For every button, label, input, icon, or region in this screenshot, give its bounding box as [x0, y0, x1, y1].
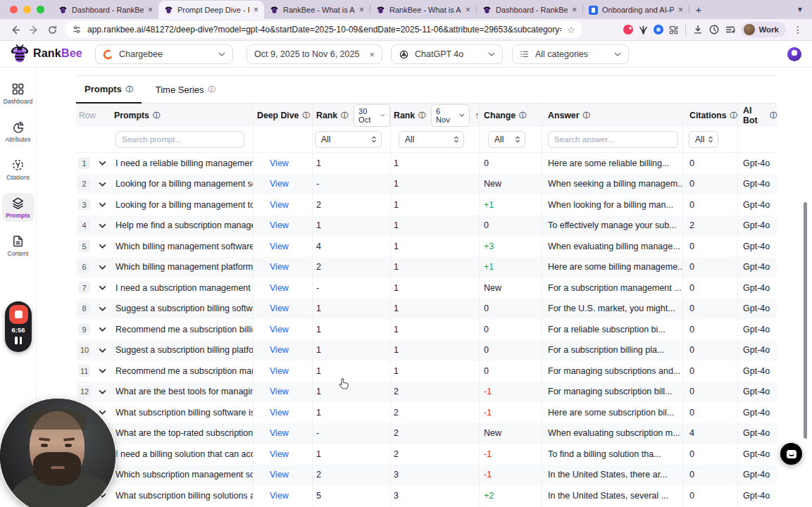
downloads-icon[interactable] [692, 24, 704, 35]
row-expand-chevron-icon[interactable] [94, 194, 110, 215]
browser-menu-icon[interactable]: ⋮ [791, 24, 805, 35]
row-expand-chevron-icon[interactable] [94, 361, 110, 382]
browser-tab[interactable]: RankBee - What is AI saying × [370, 1, 476, 19]
webcam-preview[interactable] [0, 399, 115, 507]
close-tab-icon[interactable]: × [572, 6, 577, 14]
search-answer-input[interactable] [548, 131, 678, 148]
forward-button[interactable] [25, 21, 42, 38]
page-scrollbar-thumb[interactable] [804, 202, 807, 439]
tab-list-chevron-icon[interactable]: ▼ [797, 6, 804, 13]
view-link[interactable]: View [270, 325, 289, 334]
sidebar-item-dashboard[interactable]: Dashboard [2, 79, 35, 108]
close-tab-icon[interactable]: × [678, 6, 683, 14]
close-tab-icon[interactable]: × [254, 6, 258, 14]
rankbee-logo[interactable]: RankBee [9, 44, 82, 63]
info-icon[interactable]: ⓘ [341, 111, 348, 120]
media-controls-icon[interactable] [725, 24, 736, 35]
close-tab-icon[interactable]: × [148, 6, 153, 14]
clear-date-icon[interactable]: × [369, 49, 375, 60]
view-link[interactable]: View [270, 408, 289, 418]
row-expand-chevron-icon[interactable] [94, 299, 110, 320]
sort-ascending-icon[interactable]: ↑ [475, 111, 479, 120]
view-link[interactable]: View [270, 449, 289, 459]
view-link[interactable]: View [270, 200, 289, 210]
view-link[interactable]: View [270, 345, 289, 355]
tab-time-series[interactable]: Time Series ⓘ [147, 76, 224, 103]
row-expand-chevron-icon[interactable] [94, 382, 110, 403]
extension-blue-icon[interactable] [654, 25, 663, 35]
view-link[interactable]: View [270, 242, 289, 251]
info-icon[interactable]: ⓘ [418, 111, 425, 120]
browser-tab[interactable]: RankBee - What is AI saying × [264, 1, 370, 19]
chat-widget-button[interactable] [780, 443, 802, 465]
browser-tab-active[interactable]: Prompt Deep Dive - RankBee × [158, 1, 264, 19]
info-icon[interactable]: ⓘ [770, 111, 777, 120]
close-tab-icon[interactable]: × [466, 6, 470, 14]
row-expand-chevron-icon[interactable] [94, 215, 110, 237]
back-button[interactable] [7, 21, 24, 38]
date-range-picker[interactable]: Oct 9, 2025 to Nov 6, 2025 × [246, 44, 382, 64]
info-icon[interactable]: ⓘ [730, 111, 737, 120]
company-select[interactable]: Chargebee [95, 44, 233, 64]
new-tab-button[interactable]: + [689, 4, 708, 15]
browser-tab[interactable]: Dashboard - RankBee × [477, 1, 582, 19]
row-expand-chevron-icon[interactable] [94, 340, 110, 361]
row-expand-chevron-icon[interactable] [94, 236, 110, 257]
minimize-window-icon[interactable] [23, 6, 31, 13]
fullscreen-window-icon[interactable] [37, 6, 44, 13]
rank-a-filter-select[interactable]: All [315, 131, 382, 148]
row-expand-chevron-icon[interactable] [94, 174, 110, 195]
rank-b-date-select[interactable]: 6 Nov [431, 104, 470, 127]
view-link[interactable]: View [270, 470, 289, 480]
stop-recording-button[interactable] [9, 305, 28, 324]
bookmark-star-icon[interactable]: ☆ [567, 25, 575, 35]
browser-tab[interactable]: Dashboard - RankBee × [53, 1, 158, 19]
category-select[interactable]: All categories [512, 44, 629, 64]
browser-profile-button[interactable]: Work [741, 22, 786, 37]
view-link[interactable]: View [270, 262, 289, 272]
extension-red-icon[interactable] [623, 25, 633, 35]
sidebar-item-citations[interactable]: Citations [2, 155, 35, 184]
row-expand-chevron-icon[interactable] [94, 277, 110, 299]
view-link[interactable]: View [270, 303, 289, 313]
browser-tab[interactable]: Onboarding and AI-Powered × [583, 1, 689, 19]
info-icon[interactable]: ⓘ [208, 84, 216, 94]
info-icon[interactable]: ⓘ [126, 84, 133, 94]
change-filter-select[interactable]: All [488, 131, 525, 148]
model-select[interactable]: ChatGPT 4o [391, 44, 503, 64]
tab-prompts[interactable]: Prompts ⓘ [76, 76, 142, 104]
info-icon[interactable]: ⓘ [519, 111, 526, 120]
view-link[interactable]: View [270, 491, 289, 501]
address-bar[interactable]: app.rankbee.ai/481272/deep-dive?model=gp… [65, 21, 582, 38]
site-settings-icon[interactable] [72, 25, 82, 35]
rank-b-filter-select[interactable]: All [399, 131, 464, 148]
extensions-puzzle-icon[interactable] [668, 25, 679, 35]
history-clock-icon[interactable] [708, 24, 720, 35]
row-expand-chevron-icon[interactable] [94, 257, 110, 278]
sidebar-item-attributes[interactable]: Attributes [2, 117, 35, 146]
row-expand-chevron-icon[interactable] [94, 319, 110, 340]
info-icon[interactable]: ⓘ [582, 111, 589, 120]
view-link[interactable]: View [270, 366, 289, 376]
reload-button[interactable] [44, 21, 61, 38]
view-link[interactable]: View [270, 179, 289, 189]
sidebar-item-content[interactable]: Content [2, 231, 35, 260]
view-link[interactable]: View [270, 283, 289, 293]
info-icon[interactable]: ⓘ [153, 111, 160, 120]
rank-a-date-select[interactable]: 30 Oct [354, 104, 390, 127]
url-text[interactable]: app.rankbee.ai/481272/deep-dive?model=gp… [87, 25, 561, 35]
pause-recording-button[interactable] [15, 336, 22, 344]
view-link[interactable]: View [270, 220, 289, 230]
user-avatar[interactable] [787, 47, 801, 61]
search-prompt-input[interactable] [115, 131, 244, 148]
extension-claw-icon[interactable] [638, 25, 649, 35]
view-link[interactable]: View [270, 387, 289, 396]
sidebar-item-prompts[interactable]: Prompts [2, 193, 35, 222]
close-tab-icon[interactable]: × [359, 6, 364, 14]
close-window-icon[interactable] [10, 6, 18, 13]
view-link[interactable]: View [270, 158, 289, 168]
view-link[interactable]: View [270, 428, 289, 438]
info-icon[interactable]: ⓘ [302, 111, 309, 120]
row-expand-chevron-icon[interactable] [94, 153, 110, 174]
citations-filter-select[interactable]: All [689, 131, 718, 148]
